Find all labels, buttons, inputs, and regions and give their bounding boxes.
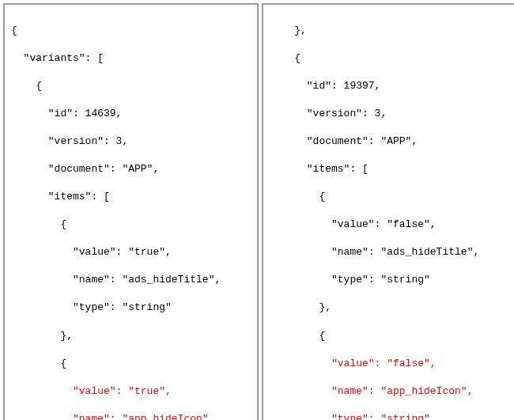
code-line: "variants": [	[11, 51, 251, 66]
right-pane: }, { "id": 19397, "version": 3, "documen…	[262, 3, 514, 420]
code-line-highlight: "value": "false",	[270, 357, 509, 371]
code-line: "name": "ads_hideTitle",	[270, 245, 509, 259]
code-line-highlight: "name": "app_hideIcon",	[11, 412, 251, 420]
code-line-highlight: "type": "string"	[270, 412, 509, 420]
code-line-highlight: "value": "true",	[11, 384, 251, 399]
code-line: "type": "string"	[270, 273, 509, 287]
code-line: "name": "ads_hideTitle",	[11, 273, 251, 287]
code-line: "value": "true",	[11, 245, 251, 259]
code-line: "items": [	[11, 190, 251, 204]
code-line: "value": "false",	[270, 218, 509, 232]
code-line: "document": "APP",	[270, 134, 509, 149]
code-line: {	[11, 79, 251, 93]
code-line: {	[11, 357, 251, 371]
code-line-highlight: "name": "app_hideIcon",	[270, 384, 509, 399]
code-line: "version": 3,	[11, 134, 251, 149]
code-line: {	[11, 24, 251, 38]
code-line: {	[11, 218, 251, 232]
diff-container: { "variants": [ { "id": 14639, "version"…	[3, 3, 514, 420]
code-line: "document": "APP",	[11, 162, 251, 176]
code-line: "id": 14639,	[11, 107, 251, 121]
code-line: },	[270, 24, 509, 38]
code-line: },	[270, 301, 509, 315]
code-line: {	[270, 51, 509, 66]
code-line: {	[270, 329, 509, 343]
code-line: "version": 3,	[270, 107, 509, 121]
left-pane: { "variants": [ { "id": 14639, "version"…	[3, 3, 259, 420]
code-line: {	[270, 190, 509, 204]
code-line: "id": 19397,	[270, 79, 509, 93]
code-line: },	[11, 329, 251, 343]
code-line: "type": "string"	[11, 301, 251, 315]
code-line: "items": [	[270, 162, 509, 176]
